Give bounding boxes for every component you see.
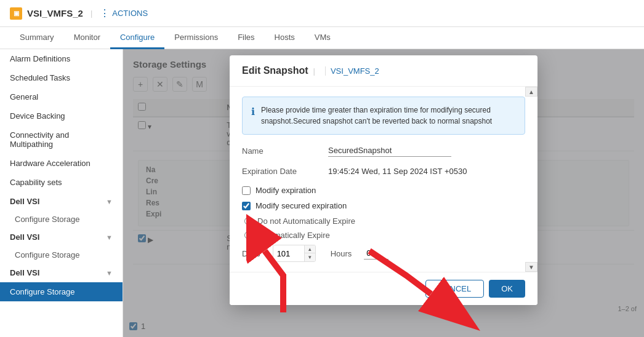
sidebar: Alarm Definitions Scheduled Tasks Genera… (0, 49, 123, 337)
modify-secured-checkbox[interactable] (242, 202, 251, 210)
sidebar-group-dell-vsi-3[interactable]: Dell VSI ▼ (0, 263, 123, 282)
modal-footer: CANCEL OK (230, 272, 537, 305)
sidebar-group-label-2: Dell VSI (10, 232, 39, 242)
modal-overlay: Edit Snapshot | VSI_VMFS_2 ▲ ℹ Please pr… (123, 49, 644, 337)
expiration-label: Expiration Date (242, 167, 328, 176)
info-box: ℹ Please provide time greater than expir… (242, 97, 525, 135)
radio-no-expire-row: Do not Automatically Expire (242, 216, 525, 226)
modal-title: Edit Snapshot (242, 65, 308, 76)
sidebar-item-alarm-definitions[interactable]: Alarm Definitions (0, 49, 123, 68)
actions-button[interactable]: ⋮ ACTIONS (100, 7, 148, 19)
modify-expiration-checkbox[interactable] (242, 186, 251, 195)
modify-secured-row: Modify secured expiration (242, 201, 525, 210)
hours-input[interactable] (364, 247, 388, 260)
modal-header: Edit Snapshot | VSI_VMFS_2 (230, 55, 537, 87)
modify-expiration-label: Modify expiration (256, 186, 316, 195)
radio-auto-expire-row: Automatically Expire (242, 231, 525, 240)
modify-expiration-row: Modify expiration (242, 186, 525, 195)
ok-button[interactable]: OK (489, 280, 525, 298)
tab-vms[interactable]: VMs (305, 27, 340, 49)
scroll-down-arrow[interactable]: ▼ (525, 262, 537, 272)
auto-expire-label: Automatically Expire (257, 231, 330, 240)
separator: | (91, 9, 92, 18)
days-input-wrap: ▲ ▼ (273, 245, 316, 262)
tab-monitor[interactable]: Monitor (64, 27, 110, 49)
content-area: Storage Settings + ✕ ✎ M Name tion ▼ Res… (123, 49, 644, 337)
modal-scroll-wrapper: ▲ ℹ Please provide time greater than exp… (230, 87, 537, 272)
sidebar-sub-configure-storage-1[interactable]: Configure Storage (0, 211, 123, 228)
edit-snapshot-modal: Edit Snapshot | VSI_VMFS_2 ▲ ℹ Please pr… (230, 55, 537, 305)
sidebar-sub-configure-storage-2[interactable]: Configure Storage (0, 247, 123, 263)
scroll-up-arrow[interactable]: ▲ (525, 87, 537, 97)
nav-tabs: Summary Monitor Configure Permissions Fi… (0, 27, 644, 49)
sidebar-item-connectivity[interactable]: Connectivity and Multipathing (0, 125, 123, 154)
hours-label: Hours (331, 249, 352, 258)
sidebar-item-hardware-acceleration[interactable]: Hardware Acceleration (0, 154, 123, 173)
sidebar-group-label-1: Dell VSI (10, 197, 39, 206)
days-input[interactable] (273, 247, 304, 261)
days-increment-btn[interactable]: ▲ (304, 245, 315, 253)
sidebar-item-device-backing[interactable]: Device Backing (0, 106, 123, 125)
days-decrement-btn[interactable]: ▼ (304, 253, 315, 261)
name-label: Name (242, 146, 328, 156)
app-header: ▣ VSI_VMFS_2 | ⋮ ACTIONS (0, 0, 644, 27)
name-row: Name (242, 145, 525, 157)
name-input[interactable] (328, 145, 451, 157)
sidebar-item-general[interactable]: General (0, 87, 123, 106)
sidebar-group-label-3: Dell VSI (10, 268, 39, 277)
expiration-row: Expiration Date 19:45:24 Wed, 11 Sep 202… (242, 167, 525, 176)
info-text: Please provide time greater than expirat… (261, 105, 516, 127)
header-title: VSI_VMFS_2 (27, 8, 83, 18)
modal-header-sep: | (313, 66, 315, 76)
tab-configure[interactable]: Configure (110, 27, 164, 49)
days-spinner: ▲ ▼ (304, 245, 315, 261)
chevron-down-icon-2: ▼ (106, 234, 113, 241)
tab-permissions[interactable]: Permissions (164, 27, 228, 49)
chevron-down-icon-1: ▼ (106, 198, 113, 205)
datastore-icon: ▣ (10, 7, 22, 20)
expiration-value: 19:45:24 Wed, 11 Sep 2024 IST +0530 (328, 167, 467, 176)
info-icon: ℹ (251, 105, 255, 127)
cancel-button[interactable]: CANCEL (425, 280, 484, 298)
tab-files[interactable]: Files (228, 27, 264, 49)
sidebar-group-dell-vsi-1[interactable]: Dell VSI ▼ (0, 192, 123, 211)
app-title: ▣ VSI_VMFS_2 (10, 7, 83, 20)
sidebar-group-dell-vsi-2[interactable]: Dell VSI ▼ (0, 228, 123, 247)
tab-summary[interactable]: Summary (10, 27, 64, 49)
sidebar-item-capability-sets[interactable]: Capability sets (0, 173, 123, 192)
no-expire-label: Do not Automatically Expire (257, 216, 355, 226)
modify-secured-label: Modify secured expiration (256, 201, 347, 210)
sidebar-sub-configure-storage-3[interactable]: Configure Storage (0, 282, 123, 301)
actions-label: ACTIONS (112, 9, 148, 18)
auto-expire-radio[interactable] (244, 231, 252, 239)
tab-hosts[interactable]: Hosts (265, 27, 305, 49)
sidebar-item-scheduled-tasks[interactable]: Scheduled Tasks (0, 68, 123, 87)
days-label: Days (242, 249, 260, 258)
chevron-down-icon-3: ▼ (106, 269, 113, 277)
modal-scroll: ℹ Please provide time greater than expir… (230, 87, 537, 272)
dots-icon: ⋮ (100, 7, 110, 19)
days-hours-row: Days ▲ ▼ Hours (242, 245, 525, 262)
modal-subtitle: VSI_VMFS_2 (325, 66, 379, 76)
main-layout: Alarm Definitions Scheduled Tasks Genera… (0, 49, 644, 337)
no-expire-radio[interactable] (244, 217, 252, 225)
